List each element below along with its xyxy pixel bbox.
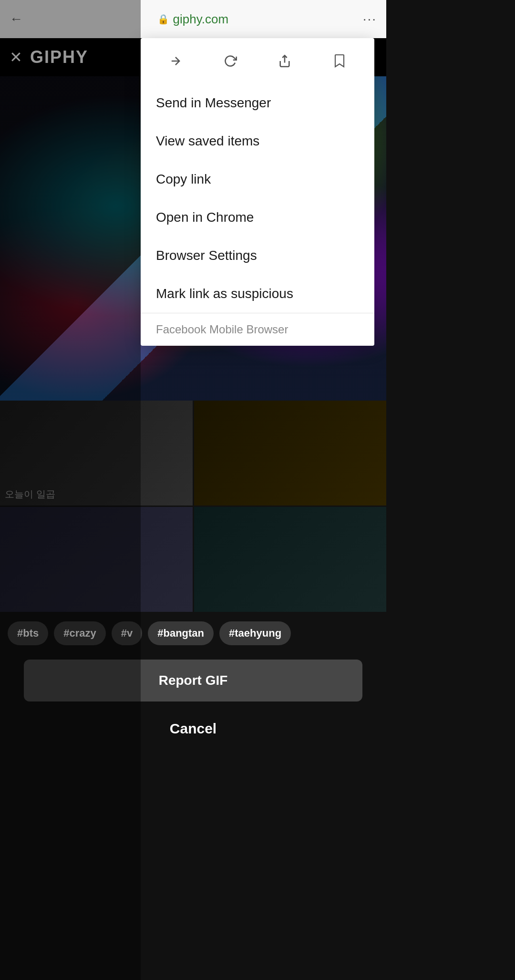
url-text: giphy.com <box>173 12 229 27</box>
open-in-chrome-item[interactable]: Open in Chrome <box>141 198 374 237</box>
grid-item[interactable] <box>194 401 387 505</box>
tag-bangtan[interactable]: #bangtan <box>148 621 214 645</box>
overlay-left <box>0 0 141 980</box>
browser-settings-item[interactable]: Browser Settings <box>141 237 374 275</box>
dropdown-menu: Send in Messenger View saved items Copy … <box>141 38 374 346</box>
more-button[interactable]: ··· <box>363 11 377 27</box>
tag-taehyung[interactable]: #taehyung <box>219 621 291 645</box>
lock-icon: 🔒 <box>157 13 169 25</box>
reload-button[interactable] <box>219 50 242 72</box>
copy-link-item[interactable]: Copy link <box>141 160 374 198</box>
url-area[interactable]: 🔒 giphy.com <box>157 12 229 27</box>
forward-button[interactable] <box>164 50 187 72</box>
dropdown-footer-label: Facebook Mobile Browser <box>141 313 374 346</box>
share-button[interactable] <box>273 50 296 72</box>
view-saved-items-item[interactable]: View saved items <box>141 122 374 160</box>
dropdown-toolbar <box>141 38 374 84</box>
mark-suspicious-item[interactable]: Mark link as suspicious <box>141 275 374 313</box>
grid-item[interactable] <box>194 507 387 612</box>
send-in-messenger-item[interactable]: Send in Messenger <box>141 84 374 122</box>
bookmark-button[interactable] <box>328 50 351 72</box>
